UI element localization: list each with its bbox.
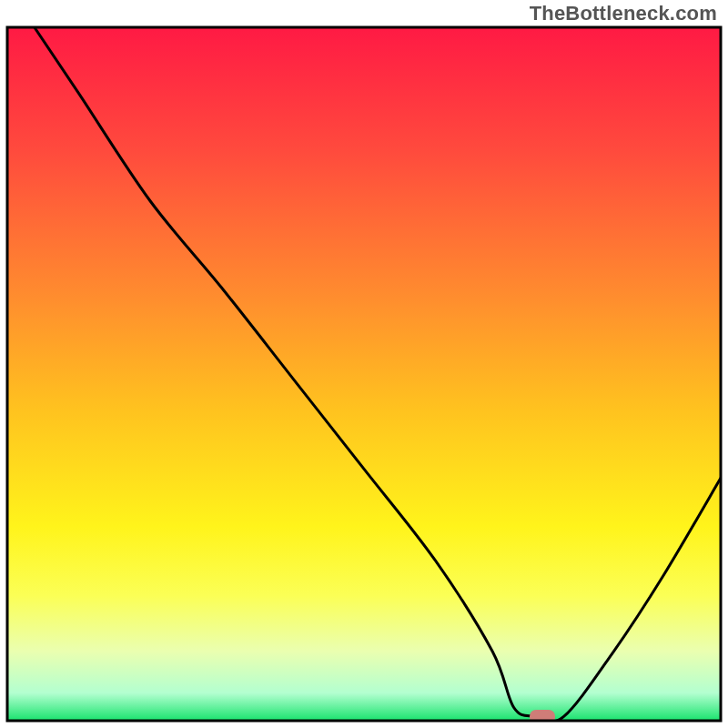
bottleneck-chart [0, 0, 728, 728]
chart-container: TheBottleneck.com [0, 0, 728, 728]
watermark-text: TheBottleneck.com [530, 2, 717, 25]
plot-background [7, 27, 721, 721]
